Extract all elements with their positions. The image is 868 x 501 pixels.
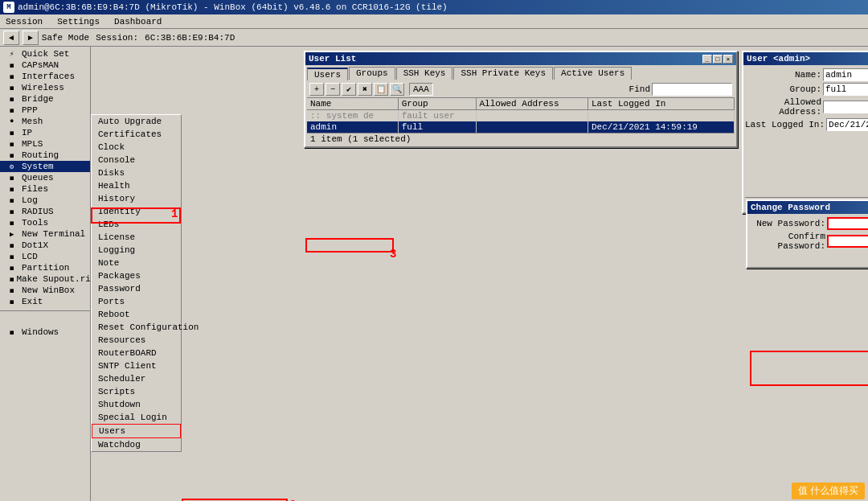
cancel-btn[interactable]: ✖ [358,83,372,96]
ctx-reset-config[interactable]: Reset Configuration [92,321,181,334]
sidebar-item-files[interactable]: ◼ Files [0,183,90,195]
ctx-console[interactable]: Console [92,154,181,166]
sidebar-item-supout[interactable]: ◼ Make Supout.rif [0,273,90,285]
confirm-password-input[interactable] [827,235,868,248]
sidebar-item-mesh[interactable]: ● Mesh [0,116,90,127]
watermark: 值 什么值得买 [792,483,865,499]
menu-settings[interactable]: Settings [55,16,102,27]
ctx-shutdown[interactable]: Shutdown [92,398,181,411]
tab-active-users[interactable]: Active Users [554,67,632,80]
queues-icon: ◼ [10,174,19,183]
sidebar-item-system[interactable]: ⚙ System [0,161,90,172]
ctx-resources[interactable]: Resources [92,334,181,347]
confirm-password-label: Confirm Password: [749,232,825,251]
sidebar-item-new-winbox[interactable]: ◼ New WinBox [0,285,90,296]
name-input[interactable] [823,68,868,81]
change-pwd-title: Change Password _ □ ✕ [747,201,868,214]
change-pwd-content: New Password: Confirm Password: OK Cance… [747,214,868,267]
winbox-icon: ◼ [10,286,19,295]
sidebar-item-lcd[interactable]: ◼ LCD [0,251,90,262]
sidebar-item-interfaces[interactable]: ◼ Interfaces [0,71,90,82]
ctx-disks[interactable]: Disks [92,166,181,179]
ctx-identity[interactable]: Identity [92,205,181,218]
col-group[interactable]: Group [398,98,476,110]
sidebar-item-capsman[interactable]: ◼ CAPsMAN [0,60,90,71]
aaa-label[interactable]: AAA [409,83,433,96]
ctx-scheduler[interactable]: Scheduler [92,372,181,385]
ctx-packages[interactable]: Packages [92,269,181,282]
ctx-routerboard[interactable]: RouterBOARD [92,347,181,359]
back-button[interactable]: ◄ [3,31,19,45]
tab-ssh-private[interactable]: SSH Private Keys [453,67,553,80]
ctx-special-login[interactable]: Special Login [92,411,181,424]
sidebar-item-log[interactable]: ◼ Log [0,195,90,206]
sidebar-item-radius[interactable]: ◼ RADIUS [0,206,90,217]
sidebar: ⚡ Quick Set ◼ CAPsMAN ◼ Interfaces ◼ Wir… [0,47,91,501]
sidebar-item-ppp[interactable]: ◼ PPP [0,105,90,116]
ctx-certificates[interactable]: Certificates [92,128,181,141]
last-logged-input [826,118,868,131]
sidebar-item-queues[interactable]: ◼ Queues [0,172,90,183]
allowed-address-row: Allowed Address: ▲▼ [745,97,868,117]
ctx-clock[interactable]: Clock [92,141,181,154]
ctx-logging[interactable]: Logging [92,244,181,257]
new-password-input[interactable] [827,217,868,230]
ctx-reboot[interactable]: Reboot [92,308,181,321]
ctx-ports[interactable]: Ports [92,295,181,308]
ctx-history[interactable]: History [92,192,181,205]
sidebar-item-new-terminal[interactable]: ▶ New Terminal [0,228,90,240]
sidebar-item-routing[interactable]: ◼ Routing [0,150,90,161]
sidebar-item-partition[interactable]: ◼ Partition [0,262,90,273]
allowed-address-input[interactable] [823,101,868,113]
ctx-leds[interactable]: LEDs [92,218,181,231]
supout-icon: ◼ [10,275,14,284]
col-allowed[interactable]: Allowed Address [476,98,588,110]
log-icon: ◼ [10,196,19,205]
table-row[interactable]: admin full Dec/21/2021 14:59:19 [307,121,735,133]
copy-btn[interactable]: 📋 [374,83,388,96]
ctx-watchdog[interactable]: Watchdog [92,438,181,451]
table-row[interactable]: :: system de fault user [307,110,735,122]
col-name[interactable]: Name [307,98,398,110]
user-list-window: User List _ □ ✕ Users Groups SSH Keys SS… [304,51,738,148]
add-btn[interactable]: + [309,83,324,96]
filter-btn[interactable]: 🔍 [390,83,404,96]
tab-groups[interactable]: Groups [349,67,395,80]
ctx-auto-upgrade[interactable]: Auto Upgrade [92,115,181,128]
edit-btn[interactable]: ✔ [342,83,356,96]
tab-ssh-keys[interactable]: SSH Keys [396,67,453,80]
ctx-password[interactable]: Password [92,282,181,295]
ctx-users[interactable]: Users [92,424,181,438]
col-last-login[interactable]: Last Logged In [588,98,734,110]
group-select[interactable]: full ▼ [823,83,868,96]
sidebar-item-mpls[interactable]: ◼ MPLS [0,138,90,150]
sidebar-item-bridge[interactable]: ◼ Bridge [0,93,90,105]
ctx-sntp[interactable]: SNTP Client [92,359,181,372]
user-list-close[interactable]: ✕ [723,55,733,64]
user-edit-title: User <admin> _ □ ✕ [743,52,868,65]
sidebar-item-dot1x[interactable]: ◼ Dot1X [0,240,90,251]
sidebar-item-quickset[interactable]: ⚡ Quick Set [0,48,90,60]
tab-users[interactable]: Users [307,68,348,80]
user-list-minimize[interactable]: _ [702,55,712,64]
user-table: Name Group Allowed Address Last Logged I… [307,98,735,133]
find-input[interactable] [652,83,732,96]
ctx-health[interactable]: Health [92,179,181,192]
ctx-note[interactable]: Note [92,257,181,269]
annotation-box-3 [305,238,394,253]
remove-btn[interactable]: − [326,83,340,96]
sidebar-item-windows[interactable]: ◼ Windows [0,326,90,338]
menu-dashboard[interactable]: Dashboard [112,16,164,27]
menu-session[interactable]: Session [3,16,45,27]
user-edit-window: User <admin> _ □ ✕ Name: Group: [742,51,868,214]
forward-button[interactable]: ► [23,31,39,45]
sidebar-item-exit[interactable]: ◼ Exit [0,296,90,307]
ctx-scripts[interactable]: Scripts [92,385,181,398]
user-list-maximize[interactable]: □ [713,55,723,64]
files-icon: ◼ [10,185,19,194]
ctx-license[interactable]: License [92,231,181,244]
windows-icon: ◼ [10,328,19,337]
sidebar-item-wireless[interactable]: ◼ Wireless [0,82,90,93]
sidebar-item-ip[interactable]: ◼ IP [0,127,90,138]
sidebar-item-tools[interactable]: ◼ Tools [0,217,90,228]
